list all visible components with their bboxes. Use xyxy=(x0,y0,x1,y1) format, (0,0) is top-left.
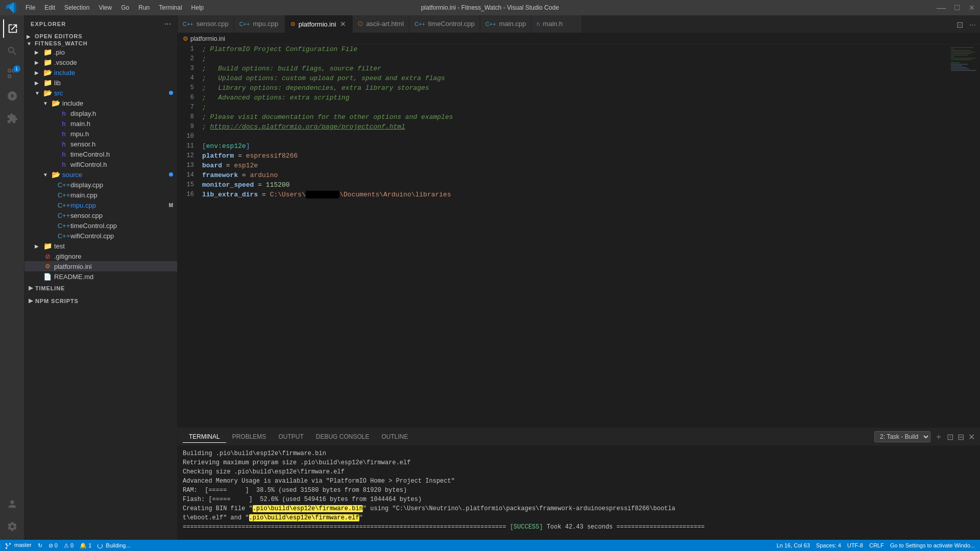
menu-view[interactable]: View xyxy=(94,3,116,12)
close-button[interactable]: ✕ xyxy=(969,4,975,12)
git-branch[interactable]: master xyxy=(5,542,32,548)
breadcrumb: ⚙ platformio.ini xyxy=(178,33,980,44)
line-num-1: 1 xyxy=(178,44,194,54)
source-folder-icon: 📂 xyxy=(51,170,60,179)
sidebar-item-sensor-h[interactable]: h sensor.h xyxy=(24,139,177,149)
terminal-tab-outline[interactable]: OUTLINE xyxy=(375,431,414,442)
maximize-button[interactable]: ☐ xyxy=(954,4,961,12)
code-line-9: ; https://docs.platformio.org/page/proje… xyxy=(202,122,949,132)
activity-explorer[interactable] xyxy=(3,19,21,38)
sidebar-item-display-h[interactable]: h display.h xyxy=(24,108,177,118)
sidebar-item-main-h[interactable]: h main.h xyxy=(24,118,177,129)
tab-timecontrol-cpp[interactable]: C++ timeControl.cpp xyxy=(409,15,480,33)
code-line-15: monitor_speed = 115200 xyxy=(202,180,949,190)
timeline-section: ▶ TIMELINE xyxy=(24,282,177,294)
sidebar-item-sensor-cpp[interactable]: C++ sensor.cpp xyxy=(24,210,177,220)
terminal-tab-actions: 2: Task - Build ＋ ⊡ ⊟ ✕ xyxy=(874,431,975,442)
tab-mpu-cpp[interactable]: C++ mpu.cpp xyxy=(234,15,285,33)
building-status[interactable]: Building... xyxy=(97,542,130,548)
project-folder-header[interactable]: ▼ FITNESS_WATCH xyxy=(24,40,177,47)
sidebar-item-vscode[interactable]: ▶ 📁 .vscode xyxy=(24,57,177,67)
terminal-split-button[interactable]: ⊡ xyxy=(947,432,953,442)
sidebar-item-mpu-cpp[interactable]: C++ mpu.cpp M xyxy=(24,200,177,210)
activity-source-control[interactable]: 1 xyxy=(3,64,21,83)
notification-count[interactable]: 🔔 1 xyxy=(80,542,91,549)
activity-search[interactable] xyxy=(3,42,21,60)
sidebar-item-platformio-ini[interactable]: ⚙ platformio.ini xyxy=(24,261,177,271)
timeline-header[interactable]: ▶ TIMELINE xyxy=(24,284,177,292)
warning-count[interactable]: ⚠ 0 xyxy=(64,542,74,549)
terminal-close-button[interactable]: ✕ xyxy=(968,432,975,442)
tab-platformio-ini[interactable]: ⚙ platformio.ini ✕ xyxy=(285,15,353,33)
sidebar-item-main-cpp[interactable]: C++ main.cpp xyxy=(24,190,177,200)
code-content[interactable]: ; PlatformIO Project Configuration File … xyxy=(198,44,949,428)
vscode-logo-icon xyxy=(5,2,17,14)
menu-file[interactable]: File xyxy=(21,3,39,12)
go-live-status[interactable]: Go to Settings to activate Windo... xyxy=(890,542,975,548)
src-include-label: include xyxy=(62,99,83,107)
tab-platformio-ini-close[interactable]: ✕ xyxy=(339,20,347,28)
menu-help[interactable]: Help xyxy=(187,3,208,12)
sidebar-more-button[interactable]: ··· xyxy=(164,19,171,29)
tab-sensor-cpp[interactable]: C++ sensor.cpp xyxy=(178,15,234,33)
sidebar-item-src[interactable]: ▼ 📂 src xyxy=(24,88,177,98)
menu-go[interactable]: Go xyxy=(117,3,133,12)
cursor-position[interactable]: Ln 16, Col 63 xyxy=(776,542,810,548)
readme-label: README.md xyxy=(54,273,93,281)
terminal-tab-terminal[interactable]: TERMINAL xyxy=(183,431,226,443)
sidebar-item-mpu-h[interactable]: h mpu.h xyxy=(24,129,177,139)
sensor-h-label: sensor.h xyxy=(70,140,95,148)
sidebar-item-wificontrol-cpp[interactable]: C++ wifiControl.cpp xyxy=(24,231,177,241)
line-num-10: 10 xyxy=(178,132,194,141)
more-actions-button[interactable]: ··· xyxy=(967,19,978,31)
sidebar-item-timecontrol-h[interactable]: h timeControl.h xyxy=(24,149,177,159)
code-editor[interactable]: 1 2 3 4 5 6 7 8 9 10 11 12 13 14 15 16 xyxy=(178,44,949,428)
sidebar-item-test[interactable]: ▶ 📁 test xyxy=(24,241,177,251)
line-ending[interactable]: CRLF xyxy=(869,542,884,548)
terminal-tab-debug[interactable]: DEBUG CONSOLE xyxy=(310,431,376,442)
menu-edit[interactable]: Edit xyxy=(40,3,59,12)
terminal-task-selector[interactable]: 2: Task - Build xyxy=(874,431,930,442)
code-line-7: ; xyxy=(202,103,949,112)
sidebar-item-source[interactable]: ▼ 📂 source xyxy=(24,169,177,180)
sidebar-item-readme[interactable]: 📄 README.md xyxy=(24,271,177,282)
split-editor-button[interactable]: ⊡ xyxy=(954,19,965,31)
sidebar-item-timecontrol-cpp[interactable]: C++ timeControl.cpp xyxy=(24,220,177,231)
activity-settings[interactable] xyxy=(3,517,21,536)
terminal-tab-output[interactable]: OUTPUT xyxy=(272,431,309,442)
activity-accounts[interactable] xyxy=(3,495,21,513)
indentation[interactable]: Spaces: 4 xyxy=(816,542,841,548)
tab-ascii-art-html[interactable]: ⬡ ascii-art.html xyxy=(353,15,409,33)
menu-terminal[interactable]: Terminal xyxy=(155,3,186,12)
tab-platformio-ini-label: platformio.ini xyxy=(299,20,336,28)
code-line-6: ; Advanced options: extra scripting xyxy=(202,93,949,103)
menu-run[interactable]: Run xyxy=(134,3,154,12)
sidebar-item-lib[interactable]: ▶ 📁 lib xyxy=(24,78,177,88)
tab-bar-actions: ⊡ ··· xyxy=(954,19,980,33)
sidebar-item-display-cpp[interactable]: C++ display.cpp xyxy=(24,180,177,190)
minimize-button[interactable]: — xyxy=(937,3,946,13)
activity-extensions[interactable] xyxy=(3,109,21,128)
npm-scripts-header[interactable]: ▶ NPM SCRIPTS xyxy=(24,296,177,305)
code-line-14: framework = arduino xyxy=(202,170,949,180)
terminal-tab-problems[interactable]: PROBLEMS xyxy=(226,431,273,442)
open-editors-section[interactable]: ▶ OPEN EDITORS xyxy=(24,33,177,40)
sidebar-item-gitignore[interactable]: ⊘ .gitignore xyxy=(24,251,177,261)
terminal-add-button[interactable]: ＋ xyxy=(935,432,943,442)
sidebar-item-wificontrol-h[interactable]: h wifiControl.h xyxy=(24,159,177,169)
sidebar-item-include-root[interactable]: ▶ 📂 include xyxy=(24,67,177,78)
terminal-line-2: Retrieving maximum program size .pio\bui… xyxy=(183,458,975,467)
tab-main-h[interactable]: h main.h xyxy=(531,15,582,33)
encoding[interactable]: UTF-8 xyxy=(847,542,863,548)
menu-selection[interactable]: Selection xyxy=(60,3,93,12)
sync-button[interactable]: ↻ xyxy=(38,542,42,549)
activity-run-debug[interactable] xyxy=(3,87,21,105)
terminal-content[interactable]: Building .pio\build\esp12e\firmware.bin … xyxy=(178,446,980,540)
editor-area: C++ sensor.cpp C++ mpu.cpp ⚙ platformio.… xyxy=(178,15,980,540)
sidebar-item-pio[interactable]: ▶ 📁 .pio xyxy=(24,47,177,57)
error-count[interactable]: ⊘ 0 xyxy=(48,542,58,549)
sidebar-item-src-include[interactable]: ▼ 📂 include xyxy=(24,98,177,108)
activity-bar: 1 xyxy=(0,15,24,540)
tab-main-cpp[interactable]: C++ main.cpp xyxy=(480,15,532,33)
terminal-maximize-button[interactable]: ⊟ xyxy=(958,432,964,442)
